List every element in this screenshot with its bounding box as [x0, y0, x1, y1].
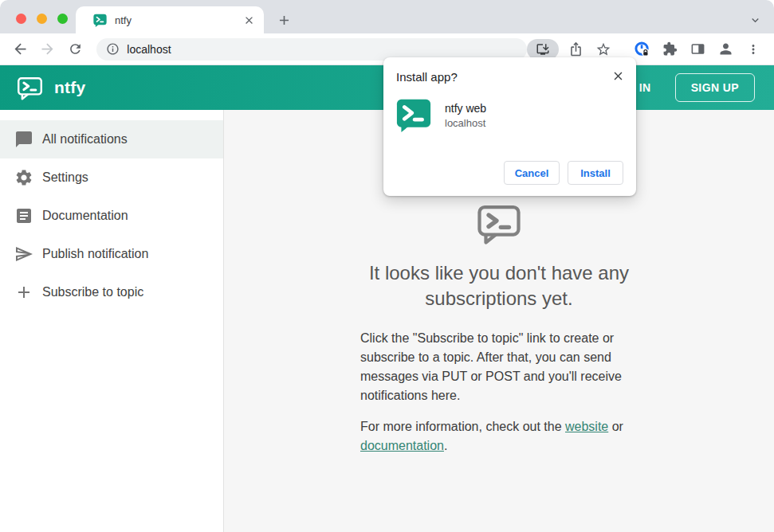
- browser-tab[interactable]: ntfy: [76, 6, 264, 33]
- sidebar-item-documentation[interactable]: Documentation: [0, 197, 223, 235]
- article-icon: [14, 206, 33, 225]
- gear-icon: [14, 168, 33, 187]
- side-panel-icon[interactable]: [686, 38, 709, 61]
- documentation-link[interactable]: documentation: [360, 439, 444, 452]
- browser-window: ntfy localhost: [0, 0, 774, 532]
- dialog-title: Install app?: [396, 70, 623, 84]
- ntfy-favicon-icon: [93, 14, 107, 27]
- new-tab-button[interactable]: [273, 10, 294, 30]
- profile-avatar-icon[interactable]: [714, 38, 737, 61]
- app-origin: localhost: [445, 117, 486, 129]
- brand: ntfy: [16, 74, 85, 102]
- install-app-icon[interactable]: [527, 39, 559, 60]
- dialog-close-icon[interactable]: [609, 67, 627, 84]
- install-app-dialog: Install app? ntfy web localhost Cancel I…: [383, 57, 636, 196]
- sign-up-button[interactable]: SIGN UP: [675, 73, 755, 102]
- zoom-button[interactable]: [57, 14, 68, 24]
- address-text: localhost: [127, 43, 171, 56]
- send-icon: [14, 244, 33, 264]
- tab-search-chevron-icon[interactable]: [745, 10, 764, 29]
- reload-icon[interactable]: [65, 38, 85, 61]
- plus-icon: [14, 283, 33, 302]
- more-info-text: .: [444, 439, 447, 452]
- cancel-button[interactable]: Cancel: [504, 161, 560, 185]
- tab-close-icon[interactable]: [242, 13, 256, 27]
- ntfy-watermark-icon: [473, 200, 525, 248]
- forward-icon[interactable]: [37, 38, 57, 61]
- sidebar-item-label: Documentation: [42, 209, 128, 223]
- app-name: ntfy web: [445, 102, 486, 115]
- sidebar-item-publish-notification[interactable]: Publish notification: [0, 235, 223, 273]
- ntfy-logo-icon: [16, 74, 44, 102]
- sidebar-item-label: Settings: [42, 170, 88, 185]
- browser-menu-icon[interactable]: [742, 38, 764, 61]
- tab-title: ntfy: [115, 14, 242, 26]
- chat-bubble-icon: [14, 130, 33, 149]
- empty-state-paragraph: Click the "Subscribe to topic" link to c…: [360, 329, 638, 405]
- empty-state-heading: It looks like you don't have any subscri…: [340, 260, 658, 311]
- sidebar-item-settings[interactable]: Settings: [0, 158, 223, 197]
- install-button[interactable]: Install: [568, 161, 623, 185]
- window-controls: [16, 14, 68, 24]
- more-info-text: or: [608, 420, 623, 433]
- back-icon[interactable]: [10, 38, 30, 61]
- sidebar-item-label: All notifications: [42, 132, 128, 147]
- tab-strip: ntfy: [0, 0, 774, 33]
- extensions-puzzle-icon[interactable]: [658, 38, 681, 61]
- close-button[interactable]: [16, 14, 26, 24]
- sidebar-item-all-notifications[interactable]: All notifications: [0, 120, 223, 158]
- site-info-icon[interactable]: [106, 42, 120, 56]
- sidebar: All notifications Settings Documentation…: [0, 110, 224, 532]
- brand-name: ntfy: [54, 78, 85, 97]
- minimize-button[interactable]: [37, 14, 47, 24]
- empty-state-more-info: For more information, check out the webs…: [360, 417, 638, 456]
- sidebar-item-label: Publish notification: [42, 247, 148, 261]
- more-info-text: For more information, check out the: [360, 420, 565, 433]
- sidebar-item-label: Subscribe to topic: [42, 285, 143, 299]
- ntfy-app-icon: [396, 98, 431, 133]
- privacy-extension-icon[interactable]: [631, 38, 653, 61]
- website-link[interactable]: website: [565, 420, 608, 433]
- sidebar-item-subscribe-to-topic[interactable]: Subscribe to topic: [0, 273, 223, 311]
